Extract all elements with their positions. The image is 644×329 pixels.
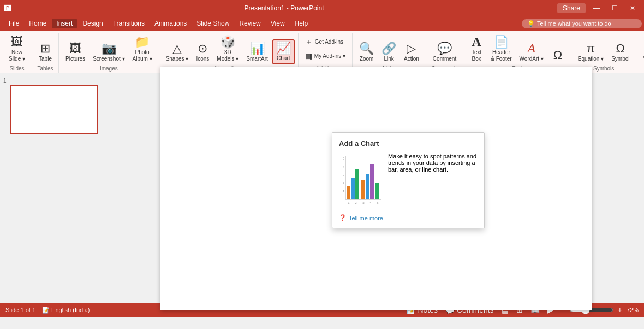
comment-button[interactable]: 💬 Comment — [430, 40, 460, 64]
document-title: Presentation1 - PowerPoint — [244, 4, 324, 12]
header-footer-button[interactable]: 📄 Header& Footer — [487, 34, 515, 64]
ribbon-group-tables: ⊞ Table Tables — [32, 33, 59, 73]
3d-models-button[interactable]: 🎲 3DModels ▾ — [213, 34, 242, 64]
slides-group-label: Slides — [5, 66, 28, 72]
icons-button[interactable]: ⊙ Icons — [193, 40, 212, 64]
svg-text:4: 4 — [369, 201, 372, 204]
zoom-in-button[interactable]: + — [616, 304, 624, 315]
wordart-button[interactable]: A WordArt ▾ — [516, 39, 547, 64]
popup-desc-text: Make it easy to spot patterns and trends… — [388, 153, 476, 173]
icons-icon: ⊙ — [198, 43, 207, 55]
zoom-level: 72% — [627, 307, 639, 313]
action-label: Action — [404, 56, 419, 62]
svg-text:1: 1 — [343, 190, 345, 193]
tell-me-text: Tell me what you want to do — [537, 20, 611, 27]
new-slide-button[interactable]: 🖼 NewSlide ▾ — [5, 34, 28, 64]
video-button[interactable]: ▶ Video ▾ — [640, 40, 644, 64]
comment-label: Comment — [433, 56, 456, 62]
lightbulb-icon: 💡 — [527, 20, 535, 27]
title-bar-left: 🅿 — [4, 4, 11, 12]
my-addins-button[interactable]: ▦ My Add-ins ▾ — [302, 50, 349, 62]
tell-me-more-link[interactable]: ❓ Tell me more — [339, 214, 478, 221]
zoom-button[interactable]: 🔍 Zoom — [356, 40, 377, 64]
media-items: ▶ Video ▾ 🔊 Audio ▾ ⏺ ScreenRecording — [640, 33, 644, 64]
screenshot-label: Screenshot ▾ — [93, 56, 124, 62]
equation-label: Equation ▾ — [578, 56, 604, 62]
menu-design[interactable]: Design — [78, 19, 107, 28]
menu-bar: File Home Insert Design Transitions Anim… — [2, 19, 522, 28]
slides-items: 🖼 NewSlide ▾ — [5, 33, 28, 64]
menu-help[interactable]: Help — [290, 19, 313, 28]
mini-chart-svg: 0 1 2 3 4 5 — [339, 153, 383, 208]
textbox-label: TextBox — [472, 49, 481, 62]
slide-item[interactable]: 1 — [3, 78, 104, 134]
text-symbol-icon: Ω — [553, 49, 562, 61]
table-button[interactable]: ⊞ Table — [35, 40, 55, 64]
popup-chart-preview: 0 1 2 3 4 5 — [339, 153, 383, 209]
my-addins-icon: ▦ — [305, 52, 312, 61]
photo-album-button[interactable]: 📁 PhotoAlbum ▾ — [129, 34, 156, 64]
get-addins-button[interactable]: ＋ Get Add-ins — [302, 36, 347, 49]
svg-rect-13 — [370, 164, 374, 199]
svg-text:2: 2 — [343, 181, 345, 185]
tell-me-bar[interactable]: 💡 Tell me what you want to do — [522, 19, 642, 28]
images-items: 🖼 Pictures 📷 Screenshot ▾ 📁 PhotoAlbum ▾ — [62, 33, 156, 64]
header-footer-label: Header& Footer — [491, 49, 511, 62]
text-items: A TextBox 📄 Header& Footer A WordArt ▾ Ω — [467, 33, 568, 64]
svg-rect-10 — [355, 169, 359, 199]
chart-label: Chart — [277, 55, 290, 62]
comment-icon: 💬 — [437, 43, 452, 55]
menu-animations[interactable]: Animations — [150, 19, 191, 28]
screenshot-icon: 📷 — [102, 43, 116, 55]
chart-button[interactable]: 📈 Chart — [272, 39, 295, 64]
svg-text:2: 2 — [355, 201, 357, 204]
action-button[interactable]: ▷ Action — [401, 40, 422, 64]
menu-slideshow[interactable]: Slide Show — [192, 19, 234, 28]
svg-text:3: 3 — [362, 201, 365, 204]
equation-button[interactable]: π Equation ▾ — [575, 40, 607, 64]
svg-text:5: 5 — [377, 201, 379, 204]
get-addins-icon: ＋ — [305, 37, 313, 47]
textbox-button[interactable]: A TextBox — [467, 33, 486, 64]
table-label: Table — [39, 56, 52, 62]
shapes-label: Shapes ▾ — [166, 56, 189, 62]
zoom-label: Zoom — [360, 56, 374, 62]
svg-text:1: 1 — [348, 201, 350, 204]
menu-view[interactable]: View — [266, 19, 289, 28]
pictures-label: Pictures — [65, 56, 85, 62]
menu-transitions[interactable]: Transitions — [109, 19, 149, 28]
pictures-button[interactable]: 🖼 Pictures — [62, 40, 88, 64]
symbol-button[interactable]: Ω Symbol — [608, 40, 633, 64]
wordart-icon: A — [527, 42, 535, 55]
link-button[interactable]: 🔗 Link — [378, 40, 399, 64]
menu-insert[interactable]: Insert — [52, 19, 77, 28]
icons-label: Icons — [196, 56, 209, 62]
new-slide-icon: 🖼 — [11, 36, 23, 48]
symbol-label: Symbol — [611, 56, 629, 62]
media-group-label: Media — [640, 66, 644, 72]
share-button[interactable]: Share — [557, 3, 586, 13]
smartart-button[interactable]: 📊 SmartArt — [243, 40, 271, 64]
images-group-label: Images — [62, 66, 156, 72]
maximize-button[interactable]: ☐ — [607, 3, 622, 13]
close-button[interactable]: ✕ — [625, 3, 640, 13]
ribbon-group-slides: 🖼 NewSlide ▾ Slides — [2, 33, 32, 73]
text-symbol-button[interactable]: Ω — [548, 47, 568, 64]
shapes-button[interactable]: △ Shapes ▾ — [163, 40, 192, 64]
screenshot-button[interactable]: 📷 Screenshot ▾ — [90, 40, 128, 64]
popup-description: Make it easy to spot patterns and trends… — [388, 153, 478, 209]
menu-home[interactable]: Home — [25, 19, 51, 28]
slide-number: 1 — [3, 78, 104, 84]
menu-file[interactable]: File — [4, 19, 23, 28]
status-left: Slide 1 of 1 📝 English (India) — [5, 307, 90, 314]
chart-popup: Add a Chart 0 1 2 3 4 5 — [332, 132, 485, 228]
equation-icon: π — [587, 43, 595, 55]
menu-review[interactable]: Review — [235, 19, 265, 28]
svg-rect-14 — [375, 183, 379, 199]
svg-text:0: 0 — [343, 198, 345, 202]
minimize-button[interactable]: — — [589, 3, 604, 13]
ribbon-group-images: 🖼 Pictures 📷 Screenshot ▾ 📁 PhotoAlbum ▾… — [59, 33, 159, 73]
symbols-items: π Equation ▾ Ω Symbol — [575, 33, 633, 64]
tell-me-more-label: Tell me more — [349, 215, 383, 221]
new-slide-label: NewSlide ▾ — [9, 49, 25, 62]
